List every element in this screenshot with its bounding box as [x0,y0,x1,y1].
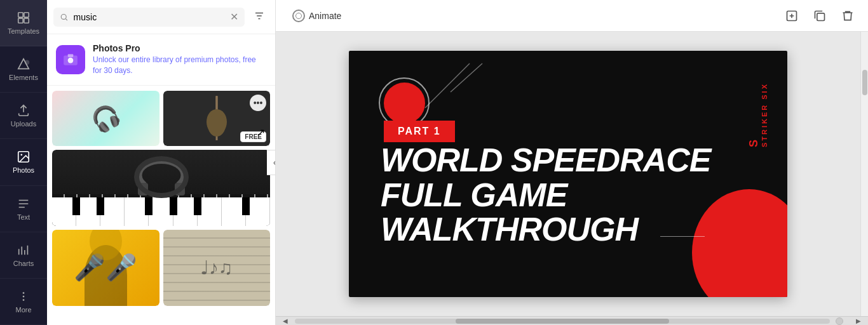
design-slide[interactable]: PART 1 WORLD SPEEDRACE FULL GAME WALKTHR… [349,51,787,297]
svg-point-10 [23,299,25,301]
animate-icon [292,10,305,22]
canvas-scroll[interactable]: PART 1 WORLD SPEEDRACE FULL GAME WALKTHR… [276,32,860,316]
slide-title-line2: FULL GAME [381,178,710,213]
svg-rect-3 [24,18,29,23]
sidebar-item-uploads[interactable]: Uploads [0,93,47,139]
sidebar-charts-label: Charts [13,260,34,267]
sidebar-more-label: More [15,306,31,314]
animate-button[interactable]: Animate [286,6,348,26]
svg-line-17 [425,63,470,108]
next-page-button[interactable]: ▶ [849,317,868,326]
image-more-button-guitar[interactable]: ••• [250,95,266,111]
sidebar-templates-label: Templates [8,27,39,35]
svg-rect-16 [817,13,825,20]
filter-button[interactable] [250,6,269,27]
canvas-area: Animate [276,0,868,325]
animate-label: Animate [309,11,341,21]
svg-rect-2 [18,18,23,23]
svg-point-5 [25,60,29,65]
image-row-2 [52,150,270,226]
search-icon [60,12,69,22]
svg-point-11 [61,14,66,19]
slide-title: WORLD SPEEDRACE FULL GAME WALKTHROUGH [381,143,710,247]
free-badge: FREE [240,131,266,142]
bottom-scroll-track[interactable] [295,319,830,324]
sidebar-text-label: Text [17,213,30,221]
slide-red-circle [384,83,425,124]
slide-title-line1: WORLD SPEEDRACE [381,143,710,178]
scroll-indicator-dot [836,317,843,325]
image-cell-yellow-singer[interactable]: 🎤 [52,230,159,306]
duplicate-button[interactable] [810,6,830,26]
collapse-panel-button[interactable]: ‹ [267,150,276,175]
sidebar-uploads-label: Uploads [11,120,36,128]
sidebar: Templates Elements Uploads Photos Text [0,0,47,325]
duplicate-icon [813,10,826,22]
canvas-toolbar: Animate [276,0,868,32]
search-input[interactable]: music [74,12,225,22]
scroll-thumb [862,70,867,95]
search-bar: music ✕ [47,0,275,34]
photos-pro-text: Photos Pro Unlock our entire library of … [93,43,266,76]
svg-rect-14 [68,54,74,56]
clear-search-button[interactable]: ✕ [230,12,238,22]
toolbar-right [782,6,858,26]
sidebar-item-more[interactable]: More [0,279,47,325]
svg-point-8 [23,292,25,294]
sidebar-item-charts[interactable]: Charts [0,232,47,279]
image-grid: ••• FREE ↗ [47,86,275,325]
slide-brand: S STRIKER SIX [747,83,768,147]
prev-page-button[interactable]: ◀ [276,317,295,326]
photos-pro-title: Photos Pro [93,43,266,53]
sidebar-item-templates[interactable]: Templates [0,0,47,46]
photos-pro-icon [56,45,85,74]
bottom-nav: ◀ ▶ [276,316,868,325]
add-page-button[interactable] [782,6,802,26]
slide-title-line3: WALKTHROUGH [381,212,710,247]
sidebar-elements-label: Elements [9,74,38,81]
image-row-1: ••• FREE ↗ [52,91,270,146]
svg-point-13 [68,58,74,63]
image-cell-sheet-music[interactable]: ♩♪♫ [163,230,271,306]
delete-button[interactable] [837,6,858,26]
right-scrollbar[interactable] [860,32,868,316]
svg-point-9 [23,296,25,298]
sidebar-photos-label: Photos [13,166,34,174]
image-cell-pink-headphones[interactable] [52,91,159,146]
filter-icon [254,10,265,22]
image-cell-headphones-piano[interactable] [52,150,270,226]
sidebar-item-elements[interactable]: Elements [0,46,47,93]
svg-rect-1 [24,13,29,17]
slide-horizontal-line [660,236,705,237]
bottom-scroll-thumb [456,319,670,324]
search-wrapper: music ✕ [53,8,245,27]
svg-point-7 [20,154,22,156]
sidebar-item-photos[interactable]: Photos [0,139,47,185]
svg-rect-0 [18,13,23,17]
photos-panel: music ✕ Photos Pro Unlock our entire lib… [47,0,276,325]
photos-pro-description: Unlock our entire library of premium pho… [93,55,266,76]
sidebar-item-text[interactable]: Text [0,186,47,232]
slide-part-badge: PART 1 [384,121,455,142]
trash-icon [841,10,854,22]
photos-pro-banner[interactable]: Photos Pro Unlock our entire library of … [47,34,275,86]
image-cell-guitar[interactable]: ••• FREE ↗ [163,91,271,146]
add-icon [785,10,798,22]
image-row-3: 🎤 ♩♪♫ [52,230,270,306]
